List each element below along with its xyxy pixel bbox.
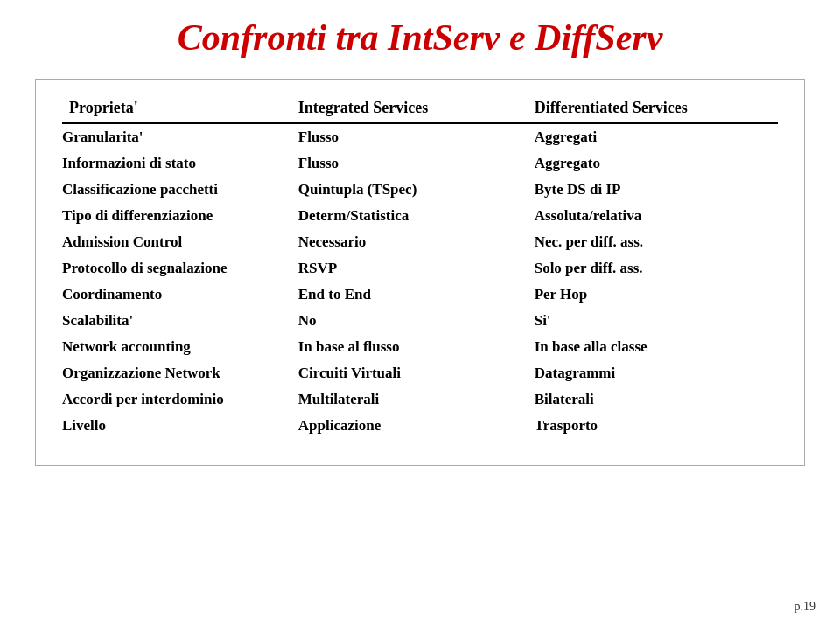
table-row: Classificazione pacchettiQuintupla (TSpe…: [62, 177, 778, 203]
table-cell-5-1: RSVP: [291, 255, 528, 282]
table-row: Organizzazione NetworkCircuiti VirtualiD…: [62, 360, 778, 386]
table-row: Tipo di differenziazioneDeterm/Statistic…: [62, 203, 778, 229]
table-cell-5-2: Solo per diff. ass.: [528, 255, 778, 282]
table-header-row: Proprieta' Integrated Services Different…: [62, 94, 778, 123]
table-cell-0-2: Aggregati: [528, 123, 778, 150]
table-cell-7-0: Scalabilita': [62, 308, 291, 334]
table-cell-1-0: Informazioni di stato: [62, 150, 291, 177]
table-cell-11-0: Livello: [62, 413, 291, 439]
table-cell-4-2: Nec. per diff. ass.: [528, 229, 778, 255]
table-row: CoordinamentoEnd to EndPer Hop: [62, 282, 778, 308]
table-cell-11-2: Trasporto: [528, 413, 778, 439]
content-box: Proprieta' Integrated Services Different…: [35, 79, 805, 466]
table-cell-7-1: No: [291, 308, 528, 334]
table-cell-3-0: Tipo di differenziazione: [62, 203, 291, 229]
page-container: Confronti tra IntServ e DiffServ Proprie…: [0, 0, 840, 626]
table-cell-4-1: Necessario: [291, 229, 528, 255]
table-row: Granularita'FlussoAggregati: [62, 123, 778, 150]
table-cell-5-0: Protocollo di segnalazione: [62, 255, 291, 282]
table-row: Scalabilita'NoSi': [62, 308, 778, 334]
table-cell-3-2: Assoluta/relativa: [528, 203, 778, 229]
table-cell-6-1: End to End: [291, 282, 528, 308]
table-cell-1-2: Aggregato: [528, 150, 778, 177]
table-cell-1-1: Flusso: [291, 150, 528, 177]
col-header-property: Proprieta': [62, 94, 291, 123]
table-cell-10-2: Bilaterali: [528, 386, 778, 413]
table-cell-8-2: In base alla classe: [528, 334, 778, 360]
table-cell-7-2: Si': [528, 308, 778, 334]
col-header-intserv: Integrated Services: [291, 94, 528, 123]
table-cell-6-0: Coordinamento: [62, 282, 291, 308]
table-cell-9-2: Datagrammi: [528, 360, 778, 386]
table-cell-10-0: Accordi per interdominio: [62, 386, 291, 413]
table-cell-8-0: Network accounting: [62, 334, 291, 360]
table-cell-2-0: Classificazione pacchetti: [62, 177, 291, 203]
table-cell-9-0: Organizzazione Network: [62, 360, 291, 386]
table-row: LivelloApplicazioneTrasporto: [62, 413, 778, 439]
page-title: Confronti tra IntServ e DiffServ: [35, 17, 805, 58]
table-cell-8-1: In base al flusso: [291, 334, 528, 360]
table-row: Protocollo di segnalazioneRSVPSolo per d…: [62, 255, 778, 282]
table-row: Informazioni di statoFlussoAggregato: [62, 150, 778, 177]
table-cell-2-2: Byte DS di IP: [528, 177, 778, 203]
table-cell-11-1: Applicazione: [291, 413, 528, 439]
table-cell-3-1: Determ/Statistica: [291, 203, 528, 229]
table-cell-0-0: Granularita': [62, 123, 291, 150]
comparison-table: Proprieta' Integrated Services Different…: [62, 94, 778, 439]
table-cell-4-0: Admission Control: [62, 229, 291, 255]
table-row: Admission ControlNecessarioNec. per diff…: [62, 229, 778, 255]
table-row: Network accountingIn base al flussoIn ba…: [62, 334, 778, 360]
page-number: p.19: [794, 600, 816, 614]
table-cell-0-1: Flusso: [291, 123, 528, 150]
table-cell-6-2: Per Hop: [528, 282, 778, 308]
table-cell-9-1: Circuiti Virtuali: [291, 360, 528, 386]
table-cell-10-1: Multilaterali: [291, 386, 528, 413]
col-header-diffserv: Differentiated Services: [528, 94, 778, 123]
table-row: Accordi per interdominioMultilateraliBil…: [62, 386, 778, 413]
table-cell-2-1: Quintupla (TSpec): [291, 177, 528, 203]
